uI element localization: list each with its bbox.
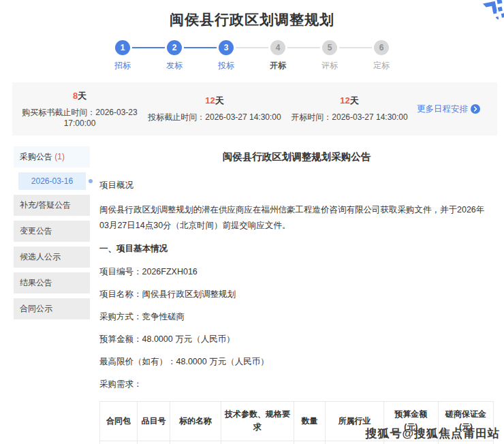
field-label: 项目编号： (99, 267, 142, 276)
field-label: 预算金额： (99, 334, 142, 344)
cell-tech-specs: 详见第三章《招标内容及要求》 (221, 441, 294, 444)
announcement-title: 闽侯县行政区划调整规划采购公告 (99, 150, 494, 163)
deadline-text: 投标截止时间：2026-03-27 14:30:00 (147, 112, 282, 123)
field-value: 闽侯县行政区划调整规划 (142, 289, 236, 299)
col-header-quantity: 数量 (294, 402, 325, 441)
progress-stepper: 1 招标 2 发标 3 投标 4 开标 5 评标 6 定标 (97, 40, 407, 72)
content-area: 采购公告 (1) 2026-03-16 补充/答疑公告 变更公告 候选人公示 结… (0, 146, 504, 444)
more-schedule-link[interactable]: 更多日程安排 (417, 104, 497, 115)
deadline-time: 2026-03-27 14:30:00 (332, 112, 407, 122)
page-title: 闽侯县行政区划调整规划 (0, 0, 504, 29)
deadline-text: 开标时间：2026-03-27 14:30:00 (282, 112, 417, 123)
sidebar-item-purchase-announcement[interactable]: 采购公告 (1) (14, 146, 90, 168)
cell-item-number: 1-1 (137, 441, 170, 444)
overview-text: 闽侯县行政区划调整规划的潜在供应商应在福州信豪工程造价咨询有限公司获取采购文件，… (99, 202, 494, 234)
days-unit: 天 (78, 91, 86, 101)
step-circle-5: 5 (322, 40, 337, 55)
schedule-item-bid-deadline: 12天 投标截止时间：2026-03-27 14:30:00 (147, 95, 282, 123)
days-number: 12 (205, 95, 215, 106)
step-label-6: 定标 (373, 60, 390, 72)
cell-quantity: 1项 (294, 441, 325, 444)
schedule-item-purchase-deadline: 8天 购买标书截止时间：2026-03-23 17:00:00 (12, 90, 147, 128)
sidebar-item-change-announcement[interactable]: 变更公告 (14, 221, 90, 242)
col-header-item-number: 品目号 (137, 402, 170, 441)
days-unit: 天 (350, 95, 359, 106)
schedule-bar: 8天 购买标书截止时间：2026-03-23 17:00:00 12天 投标截止… (12, 82, 497, 136)
step-label-2: 发标 (166, 60, 183, 72)
step-circle-6: 6 (374, 40, 389, 55)
announcement-count-badge: (1) (54, 152, 65, 161)
sidebar-item-label: 补充/答疑公告 (20, 200, 71, 210)
sidebar-item-label: 候选人公示 (20, 252, 61, 261)
field-budget-amount: 预算金额：48.0000 万元（人民币） (99, 334, 494, 345)
deadline-time: 2026-03-27 14:30:00 (205, 112, 281, 122)
sidebar-item-contract-publicity[interactable]: 合同公示 (14, 298, 90, 319)
field-value: 竞争性磋商 (142, 312, 185, 321)
deadline-label: 投标截止时间： (148, 112, 205, 122)
deadline-label: 购买标书截止时间： (22, 108, 95, 117)
cell-subject-name: 闽侯县行政区划调整规划 (170, 441, 221, 444)
field-value: 48.0000 万元（人民币） (176, 357, 269, 366)
days-number: 12 (340, 95, 349, 106)
step-label-3: 投标 (218, 60, 234, 72)
step-label-1: 招标 (114, 60, 131, 72)
days-remaining: 12天 (147, 95, 282, 107)
step-circle-3: 3 (219, 40, 234, 55)
field-label: 采购方式： (99, 312, 142, 321)
step-fabiao: 2 发标 (148, 40, 200, 72)
sidebar-item-label: 采购公告 (20, 152, 52, 161)
step-label-4: 开标 (270, 60, 286, 72)
sidebar-item-supplement-announcement[interactable]: 补充/答疑公告 (14, 195, 90, 216)
sidebar-item-date[interactable]: 2026-03-16 (18, 172, 86, 190)
sidebar-item-candidate-publicity[interactable]: 候选人公示 (14, 247, 90, 268)
sidebar-item-label: 变更公告 (20, 226, 52, 236)
deadline-text: 购买标书截止时间：2026-03-23 17:00:00 (12, 107, 147, 128)
step-label-5: 评标 (321, 60, 338, 72)
step-circle-4: 4 (270, 40, 285, 55)
overview-label: 项目概况 (99, 180, 494, 191)
col-header-subject-name: 标的名称 (170, 402, 221, 441)
step-circle-1: 1 (115, 40, 130, 55)
step-circle-2: 2 (167, 40, 182, 55)
section1-title: 一、项目基本情况 (99, 243, 494, 255)
sidebar-item-result-announcement[interactable]: 结果公告 (14, 272, 90, 294)
field-max-price: 最高限价（如有）：48.0000 万元（人民币） (99, 356, 494, 368)
sidebar-date-label: 2026-03-16 (31, 176, 73, 186)
announcement-body: 闽侯县行政区划调整规划采购公告 项目概况 闽侯县行政区划调整规划的潜在供应商应在… (99, 146, 494, 444)
step-kaibiao: 4 开标 (252, 40, 304, 72)
days-unit: 天 (215, 95, 224, 106)
schedule-item-open-time: 12天 开标时间：2026-03-27 14:30:00 (282, 95, 417, 123)
sidebar-item-label: 结果公告 (20, 278, 52, 287)
days-remaining: 8天 (12, 90, 147, 102)
field-value: 2026FZXH016 (142, 267, 198, 276)
field-project-name: 项目名称：闽侯县行政区划调整规划 (99, 289, 494, 300)
step-pingbiao: 5 评标 (304, 40, 356, 72)
field-label: 最高限价（如有）： (99, 357, 176, 366)
step-dingbiao: 6 定标 (356, 40, 407, 72)
field-label: 项目名称： (99, 289, 142, 299)
col-header-tech-specs: 技术参数、规格要求 (221, 402, 294, 441)
field-purchase-method: 采购方式：竞争性磋商 (99, 311, 494, 323)
sohu-watermark: 搜狐号@搜狐焦点莆田站 (365, 426, 500, 441)
step-toubiao: 3 投标 (200, 40, 252, 72)
deadline-label: 开标时间： (291, 112, 332, 122)
days-remaining: 12天 (282, 95, 417, 107)
announcement-sidebar: 采购公告 (1) 2026-03-16 补充/答疑公告 变更公告 候选人公示 结… (14, 146, 90, 444)
sidebar-item-label: 合同公示 (20, 304, 52, 313)
active-date-dot (89, 179, 93, 183)
col-header-contract-package: 合同包 (100, 402, 138, 441)
cell-contract-package: 1 (100, 441, 138, 444)
arrow-circle-icon (471, 104, 480, 114)
field-value: 48.0000 万元（人民币） (142, 334, 235, 344)
demand-label: 采购需求： (99, 379, 494, 390)
step-zhaobiao: 1 招标 (97, 40, 148, 72)
field-project-number: 项目编号：2026FZXH016 (99, 266, 494, 278)
more-schedule-label: 更多日程安排 (417, 104, 468, 115)
